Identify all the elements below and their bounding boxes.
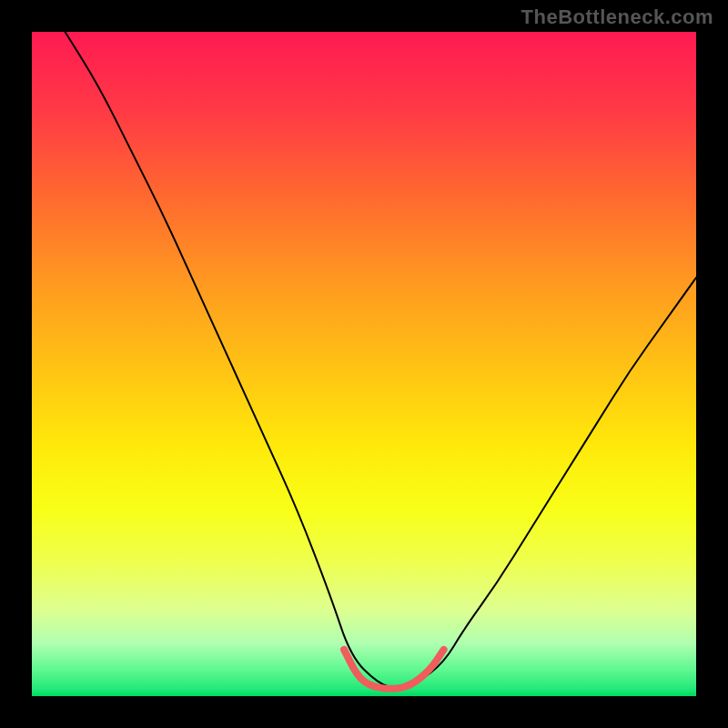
plot-area <box>32 32 696 696</box>
curve-group <box>66 32 697 689</box>
chart-container: TheBottleneck.com <box>0 0 728 728</box>
bottleneck-curve <box>66 32 697 688</box>
sweet-spot-highlight <box>344 650 444 689</box>
curve-svg <box>32 32 696 696</box>
watermark-text: TheBottleneck.com <box>521 5 713 29</box>
